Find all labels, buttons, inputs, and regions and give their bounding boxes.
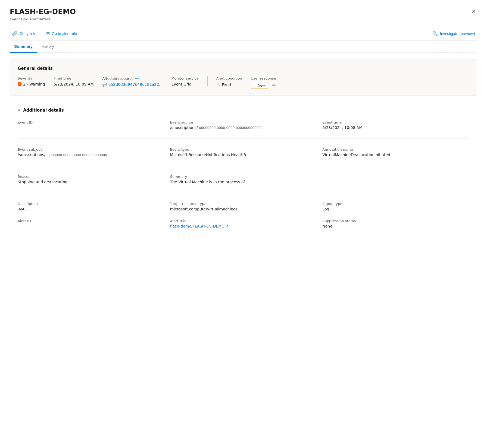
alert-detail-panel: FLASH-EG-DEMO Event Grid alert details ✕… (0, 0, 487, 245)
new-status-button[interactable]: ↑ New (251, 82, 269, 89)
monitor-service-value: Event Grid (171, 82, 199, 86)
investigate-label: Investigate (preview) (440, 31, 475, 36)
toolbar-right: 🔍 Investigate (preview) (430, 30, 477, 37)
chevron-down-icon: ∨ (18, 108, 20, 112)
copy-link-button[interactable]: 🔗 Copy link (10, 30, 38, 37)
tabs: Summary History (10, 41, 477, 53)
panel-subtitle: Event Grid alert details (10, 17, 76, 21)
alert-condition-col: Alert condition ⚠ Fired (216, 76, 251, 87)
severity-label: Severity (18, 76, 45, 80)
copy-link-label: Copy link (20, 31, 35, 36)
toolbar: 🔗 Copy link ⊞ Go to alert rule 🔍 Investi… (10, 27, 477, 41)
affected-resource-col: Affected resource ⊷ 💬 b52d0d3d947649d181… (102, 76, 171, 87)
close-button[interactable]: ✕ (470, 8, 477, 15)
detail-alert-rule: Alert rule flash-demo/FLASH-EG-DEMO ↗ (170, 219, 317, 228)
detail-event-subject: Event subject /subscriptions/00000000-00… (18, 147, 165, 157)
close-icon: ✕ (472, 8, 476, 14)
details-grid: Event ID Event source /subscriptions/ 00… (18, 120, 469, 228)
detail-signal-type: Signal type Log (322, 202, 469, 211)
external-link-icon: ↗ (226, 224, 228, 228)
detail-target-resource-type: Target resource type microsoft.compute/v… (170, 202, 317, 211)
general-details-grid: Severity 2 - Warning Fired time 5/23/202… (18, 76, 469, 89)
affected-resource-icon: 💬 (102, 83, 107, 87)
detail-suppression-status: Suppression status None (322, 219, 469, 228)
warning-icon: ⚠ (216, 82, 220, 87)
event-subject-ellipsis[interactable]: ··· (108, 153, 112, 157)
panel-header: FLASH-EG-DEMO Event Grid alert details ✕ (10, 8, 477, 21)
general-details-card: General details Severity 2 - Warning Fir… (10, 59, 477, 96)
alert-rule-icon: ⊞ (46, 31, 50, 36)
user-response-col: User response ↑ New ✏ (251, 76, 286, 89)
row-divider-1 (18, 138, 469, 139)
row-divider-2 (18, 166, 469, 166)
user-response-label: User response (251, 76, 277, 80)
detail-event-time: Event time 5/23/2024, 10:08 AM (322, 120, 469, 130)
go-to-alert-rule-button[interactable]: ⊞ Go to alert rule (44, 30, 79, 37)
alert-condition-label: Alert condition (216, 76, 242, 80)
detail-alert-id: Alert ID (18, 219, 165, 228)
edit-user-response-button[interactable]: ✏ (270, 82, 277, 89)
detail-event-id: Event ID (18, 120, 165, 130)
alert-condition-value: ⚠ Fired (216, 82, 242, 87)
new-flag-icon: ↑ (254, 83, 256, 87)
edit-icon: ✏ (272, 83, 276, 88)
monitor-service-col: Monitor service Event Grid (171, 76, 208, 86)
fired-time-col: Fired time 5/23/2024, 10:09 AM (54, 76, 102, 86)
fired-time-label: Fired time (54, 76, 93, 80)
link-icon: 🔗 (12, 31, 17, 36)
panel-title: FLASH-EG-DEMO (10, 8, 76, 16)
row-divider-3 (18, 193, 469, 193)
additional-details-title: Additional details (23, 108, 64, 113)
additional-details-card: ∨ Additional details Event ID Event sour… (10, 101, 477, 235)
event-source-ellipsis[interactable]: ··· (262, 126, 266, 130)
investigate-button[interactable]: 🔍 Investigate (preview) (430, 30, 477, 37)
severity-text: 2 - Warning (23, 82, 45, 86)
general-details-title: General details (18, 66, 469, 71)
alert-rule-link[interactable]: flash-demo/FLASH-EG-DEMO ↗ (170, 224, 317, 228)
detail-description: Description -NA- (18, 202, 165, 211)
detail-event-type: Event type Microsoft.ResourceNotificatio… (170, 147, 317, 157)
severity-dot (18, 82, 21, 86)
search-icon: 🔍 (432, 31, 438, 36)
detail-summary: Summary The Virtual Machine is in the pr… (170, 175, 317, 184)
tab-history[interactable]: History (37, 41, 58, 53)
affected-resource-value: 💬 b52d0d3d947649d181a22... (102, 82, 163, 87)
affected-resource-label: Affected resource ⊷ (102, 76, 163, 81)
severity-col: Severity 2 - Warning (18, 76, 54, 86)
monitor-service-label: Monitor service (171, 76, 199, 80)
affected-resource-link[interactable]: b52d0d3d947649d181a22... (108, 82, 163, 87)
detail-annotation-name: Annotation name VirtualMachineDeallocati… (322, 147, 469, 157)
tab-summary[interactable]: Summary (10, 41, 37, 53)
network-share-icon: ⊷ (135, 76, 139, 81)
user-response-value: ↑ New ✏ (251, 82, 277, 89)
panel-title-group: FLASH-EG-DEMO Event Grid alert details (10, 8, 76, 21)
detail-reason: Reason Stopping and deallocating (18, 175, 165, 184)
detail-empty-row3 (322, 175, 469, 184)
additional-details-header[interactable]: ∨ Additional details (18, 108, 469, 113)
go-to-alert-rule-label: Go to alert rule (52, 31, 77, 36)
severity-value: 2 - Warning (18, 82, 45, 86)
detail-event-source: Event source /subscriptions/ 00000000-00… (170, 120, 317, 130)
fired-time-value: 5/23/2024, 10:09 AM (54, 82, 93, 86)
